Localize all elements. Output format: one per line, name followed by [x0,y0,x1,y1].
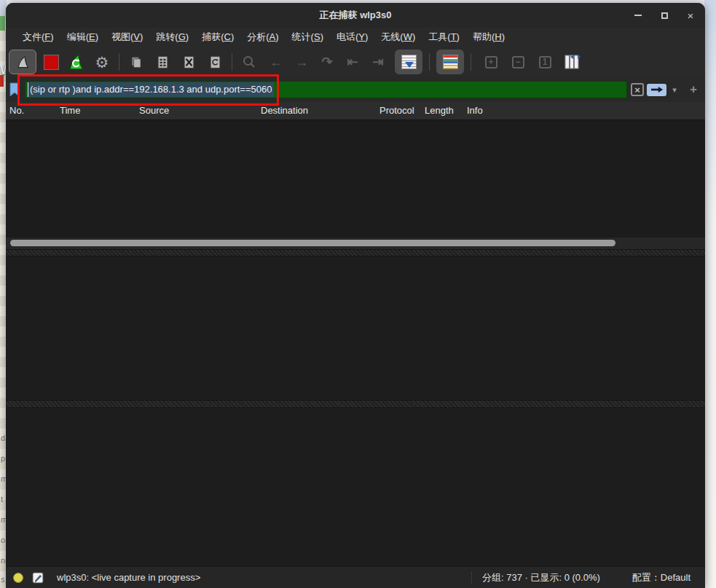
last-packet-button[interactable]: ⇥ [368,50,388,74]
menu-wireless[interactable]: 无线(W) [374,29,422,45]
statusbar-separator [471,572,472,584]
horizontal-scrollbar[interactable] [6,238,705,249]
packet-bytes-pane[interactable] [6,408,705,566]
normal-size-button[interactable]: 1 [535,50,555,74]
column-length[interactable]: Length [425,105,454,116]
zoom-out-button[interactable]: − [508,50,528,74]
packet-counts-text: 分组: 737 · 已显示: 0 (0.0%) [482,571,600,584]
back-arrow-icon: ← [270,55,283,68]
menu-statistics[interactable]: 统计(S) [286,29,330,45]
main-toolbar: ⚙ ← → ↷ ⇤ ⇥ [6,47,705,77]
display-filter-input[interactable]: (sip or rtp )and ip.addr==192.168.1.3 an… [25,81,627,98]
toolbar-separator [429,53,430,71]
forward-arrow-icon: → [295,55,308,68]
first-packet-button[interactable]: ⇤ [342,50,363,74]
zoom-in-icon: + [485,56,497,68]
column-protocol[interactable]: Protocol [379,105,414,116]
toolbar-separator [471,53,471,71]
auto-scroll-icon [401,55,417,69]
filter-bar: (sip or rtp )and ip.addr==192.168.1.3 an… [6,77,705,102]
filter-dropdown-caret[interactable]: ▾ [669,85,680,95]
gear-icon: ⚙ [95,55,109,70]
bookmark-icon[interactable] [9,82,20,97]
titlebar: 正在捕获 wlp3s0 × [6,3,705,28]
find-packet-button[interactable] [239,50,259,74]
resize-columns-button[interactable] [562,50,582,74]
apply-filter-button[interactable] [647,84,666,96]
status-bar: wlp3s0: <live capture in progress> 分组: 7… [6,566,705,588]
zoom-out-icon: − [512,56,524,68]
column-source[interactable]: Source [139,105,169,116]
menu-tools[interactable]: 工具(T) [422,29,466,45]
minimize-icon [634,15,642,16]
zoom-in-button[interactable]: + [481,50,501,74]
go-back-button[interactable]: ← [266,50,286,74]
resize-columns-icon [563,54,581,70]
save-file-icon [156,54,170,71]
auto-scroll-button[interactable] [395,50,422,74]
pane-splitter[interactable] [6,249,705,256]
open-file-icon [130,54,143,71]
restart-capture-button[interactable] [66,50,86,74]
close-button[interactable]: × [682,7,699,24]
menubar: 文件(F) 编辑(E) 视图(V) 跳转(G) 捕获(C) 分析(A) 统计(S… [6,28,705,47]
menu-capture[interactable]: 捕获(C) [195,29,240,45]
profile-text[interactable]: 配置：Default [632,571,691,584]
restart-capture-icon [67,53,85,71]
wireshark-window: 正在捕获 wlp3s0 × 文件(F) 编辑(E) 视图(V) 跳转(G) 捕获… [6,3,705,588]
menu-analyze[interactable]: 分析(A) [240,29,285,45]
colorize-icon [443,55,458,69]
search-icon [242,55,256,69]
reload-file-icon [208,54,222,71]
go-forward-button[interactable]: → [291,50,312,74]
scrollbar-thumb[interactable] [10,240,615,246]
save-file-button[interactable] [152,50,173,74]
maximize-button[interactable] [656,7,673,24]
normal-size-icon: 1 [539,56,551,68]
expert-info-icon[interactable] [13,573,23,583]
go-to-packet-button[interactable]: ↷ [317,50,337,74]
add-filter-button[interactable]: + [688,82,699,97]
menu-telephony[interactable]: 电话(Y) [330,29,374,45]
packet-list-pane[interactable] [6,119,705,238]
column-destination[interactable]: Destination [261,105,308,116]
packet-list-header: No. Time Source Destination Protocol Len… [6,102,705,119]
stop-capture-button[interactable] [41,50,61,74]
maximize-icon [661,12,668,19]
menu-file[interactable]: 文件(F) [16,29,60,45]
window-title: 正在捕获 wlp3s0 [320,9,392,22]
column-time[interactable]: Time [60,105,80,116]
menu-view[interactable]: 视图(V) [105,29,149,45]
toolbar-separator [119,53,119,71]
pane-splitter[interactable] [6,400,705,408]
desktop-fragment [0,16,5,31]
capture-options-button[interactable]: ⚙ [92,50,112,74]
window-controls: × [629,3,699,28]
menu-help[interactable]: 帮助(H) [466,29,511,45]
menu-go[interactable]: 跳转(G) [149,29,195,45]
reload-file-button[interactable] [205,50,225,74]
first-packet-icon: ⇤ [347,55,358,68]
start-capture-button[interactable] [9,50,36,74]
capture-comment-icon[interactable] [32,572,44,584]
capture-status-text: wlp3s0: <live capture in progress> [57,572,200,583]
shark-fin-icon [16,54,30,71]
column-info[interactable]: Info [467,105,483,116]
menu-edit[interactable]: 编辑(E) [60,29,105,45]
desktop-fragment [0,75,4,87]
toolbar-separator [232,53,232,71]
close-file-icon [182,54,196,71]
column-no[interactable]: No. [9,105,24,116]
last-packet-icon: ⇥ [372,55,383,68]
filter-text-selected: (sip or rtp )and ip.addr==192.168.1.3 an… [28,82,274,97]
desktop-background-right [704,0,716,588]
clear-filter-button[interactable]: × [631,83,644,96]
apply-arrow-icon [650,86,664,93]
minimize-button[interactable] [629,7,647,24]
open-file-button[interactable] [126,50,146,74]
close-file-button[interactable] [178,50,199,74]
goto-arrow-icon: ↷ [321,55,332,68]
colorize-button[interactable] [436,50,464,74]
packet-details-pane[interactable] [6,256,705,400]
stop-icon [44,55,59,70]
